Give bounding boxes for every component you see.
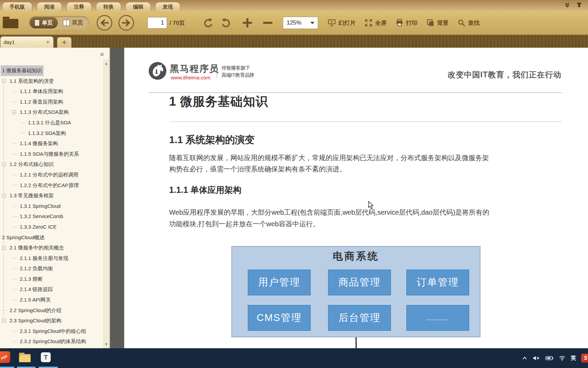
pdf-reader-app-icon[interactable]: PDF (0, 351, 11, 363)
bookmarks-panel: ✕ ▲ ▼ 1 微服务基础知识1.1 系统架构的演变1.1.1 单体应用架构1.… (0, 48, 110, 348)
brand-logo (148, 61, 167, 80)
find-button[interactable]: 查找 (457, 19, 479, 27)
toc-item[interactable]: 2.1.3 熔断 (0, 274, 102, 285)
toc-item[interactable]: 2.3.1 SpringCloud中的核心组 (0, 326, 102, 337)
toc-item[interactable]: 2.1.1 服务注册与发现 (0, 253, 102, 264)
ribbon-tab-3[interactable]: 注释 (66, 2, 92, 11)
ribbon-tab-6[interactable]: 发现 (155, 2, 180, 11)
slideshow-button[interactable]: 幻灯片 (328, 19, 356, 27)
toc-item[interactable]: 1.1.3.1 什么是SOA (0, 118, 102, 128)
new-tab-button[interactable]: + (57, 37, 72, 48)
diagram-module-box: 后台管理 (328, 305, 391, 331)
toc-item-label: 1.2.1 分布式中的远程调用 (19, 170, 80, 180)
toc-item[interactable]: 1 微服务基础知识 (0, 65, 102, 76)
document-tab-day1[interactable]: day1 × (0, 36, 54, 48)
page-view-toggle: 单页 双页 (29, 16, 89, 30)
toc-item[interactable]: 2.1 微服务中的相关概念 (0, 243, 102, 253)
toc-item[interactable]: 1.1 系统架构的演变 (0, 76, 102, 87)
open-folder-icon[interactable] (3, 17, 20, 29)
close-tab-icon[interactable]: × (46, 39, 49, 45)
zoom-in-button[interactable] (243, 22, 252, 24)
tree-collapse-icon[interactable] (12, 110, 16, 114)
brand-taglines: 传智播客旗下 高端IT教育品牌 (222, 64, 254, 79)
toc-item[interactable]: 2.1.2 负载均衡 (0, 263, 102, 274)
rotate-left-icon[interactable] (202, 17, 214, 29)
tree-collapse-icon[interactable] (2, 79, 6, 83)
toc-item-label: 1.3 常见微服务框架 (9, 190, 55, 201)
zoom-out-button[interactable] (263, 22, 273, 24)
toc-item[interactable]: 1.2 分布式核心知识 (0, 159, 102, 170)
background-button[interactable]: 背景 (426, 19, 448, 27)
toc-item[interactable]: 1.2.1 分布式中的远程调用 (0, 170, 102, 180)
text-editor-app-icon[interactable]: T (41, 352, 51, 362)
skin-tshirt-icon[interactable] (576, 2, 583, 8)
toc-item[interactable]: 1.3.1 SpringCloud (0, 201, 102, 212)
toc-item[interactable]: 1.1.4 微服务架构 (0, 138, 102, 149)
ribbon-tab-1[interactable]: 手机版 (2, 2, 32, 11)
toc-item[interactable]: 1.3.2 ServiceComb (0, 211, 102, 222)
ribbon-tab-5[interactable]: 编辑 (126, 2, 151, 11)
ribbon-tab-4[interactable]: 转换 (96, 2, 121, 11)
toc-item-label: 2.1.1 服务注册与发现 (19, 253, 69, 264)
double-page-button[interactable]: 双页 (58, 17, 88, 29)
volume-muted-icon[interactable] (533, 355, 540, 361)
toc-item[interactable]: 1.3.3 ZeroC ICE (0, 222, 102, 232)
ribbon-tab-list: 手机版阅读注释转换编辑发现 (2, 0, 180, 11)
tree-collapse-icon[interactable] (2, 194, 6, 198)
close-panel-icon[interactable]: ✕ (100, 51, 104, 58)
diagram-module-box: 订单管理 (406, 270, 469, 295)
tree-branch-line (13, 269, 17, 269)
tray-expand-icon[interactable] (522, 355, 528, 361)
diagram-module-box: CMS管理 (248, 305, 311, 331)
tree-collapse-icon[interactable] (2, 163, 6, 166)
tree-branch-line (13, 216, 17, 217)
toc-item[interactable]: 2.2 SpringCloud的介绍 (0, 305, 102, 316)
toc-item[interactable]: 2.3.2 SpringCloud的体系结构 (0, 336, 102, 347)
ribbon-tab-2[interactable]: 阅读 (37, 2, 62, 11)
toc-item-label: 1.3.1 SpringCloud (19, 201, 62, 212)
toc-item[interactable]: 1.1.3.2 SOA架构 (0, 128, 102, 139)
tree-collapse-icon[interactable] (2, 246, 6, 250)
toc-item[interactable]: 1.1.2 垂直应用架构 (0, 97, 102, 107)
toc-item[interactable]: 2 SpringCloud概述 (0, 232, 102, 243)
zoom-level-value: 125% (287, 19, 301, 26)
zoom-level-select[interactable]: 125% (283, 17, 318, 29)
diagram-connector-line (356, 337, 357, 348)
print-icon (395, 19, 404, 27)
header-divider (217, 64, 217, 78)
slideshow-icon (328, 19, 336, 27)
wifi-icon[interactable] (559, 355, 566, 361)
previous-page-button[interactable] (97, 15, 112, 31)
file-explorer-icon[interactable] (19, 353, 31, 362)
active-app-indicator (39, 367, 58, 368)
tree-collapse-icon[interactable] (2, 319, 6, 323)
fullscreen-button[interactable]: 全屏 (364, 19, 387, 27)
tree-branch-line (13, 91, 17, 92)
page-number-input[interactable] (147, 17, 167, 29)
next-page-button[interactable] (118, 15, 134, 31)
toc-item[interactable]: 1.3 常见微服务框架 (0, 190, 102, 201)
sogou-input-icon[interactable]: S (581, 354, 588, 363)
document-tab-label: day1 (4, 39, 15, 45)
single-page-button[interactable]: 单页 (30, 17, 58, 29)
toc-item[interactable]: 1.2.2 分布式中的CAP原理 (0, 180, 102, 191)
toc-item[interactable]: 1.1.5 SOA与微服务的关系 (0, 149, 102, 159)
scroll-down-icon[interactable]: ▼ (104, 342, 108, 346)
print-button[interactable]: 打印 (395, 19, 418, 27)
toc-item-label: 1.1.2 垂直应用架构 (19, 97, 64, 107)
battery-charging-icon[interactable] (545, 355, 554, 361)
single-page-icon (35, 20, 39, 26)
scroll-up-icon[interactable]: ▲ (104, 61, 108, 65)
toc-item[interactable]: 2.3 SpringCloud的架构 (0, 316, 102, 326)
sidebar-scrollbar[interactable]: ▲ ▼ (103, 59, 109, 348)
toc-item[interactable]: 1.1.1 单体应用架构 (0, 86, 102, 97)
toc-item[interactable]: 2.1.4 链路追踪 (0, 284, 102, 295)
windows-taskbar: PDF T 英 S (0, 348, 588, 368)
ime-language-indicator[interactable]: 英 (571, 355, 576, 362)
rotate-right-icon[interactable] (220, 17, 232, 29)
toc-item[interactable]: 1.1.3 分布式SOA架构 (0, 107, 102, 118)
collapse-toolbar-icon[interactable] (564, 2, 570, 8)
toc-item[interactable]: 2.1.5 API网关 (0, 295, 102, 305)
toc-item-label: 1.3.3 ZeroC ICE (19, 222, 58, 232)
header-rule (149, 92, 562, 93)
